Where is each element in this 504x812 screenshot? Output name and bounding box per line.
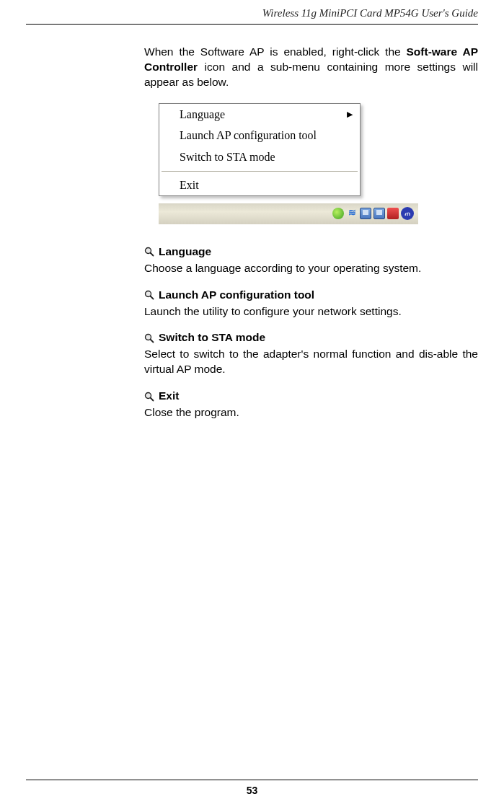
svg-line-1 (151, 253, 154, 256)
menu-item-switch-sta[interactable]: Switch to STA mode (159, 146, 360, 168)
menu-label: Switch to STA mode (180, 149, 275, 165)
svg-line-3 (151, 296, 154, 299)
section-title: Language (159, 244, 211, 260)
tray-shield-icon[interactable] (387, 208, 399, 219)
screenshot-figure: Language ▶ Launch AP configuration tool … (159, 103, 418, 224)
footer-rule (26, 780, 478, 780)
tray-m-icon[interactable]: ጠ (401, 207, 414, 220)
section-title: Exit (159, 389, 179, 404)
section-heading: Launch AP configuration tool (144, 288, 478, 303)
running-header: Wireless 11g MiniPCI Card MP54G User's G… (0, 0, 504, 24)
magnifier-icon (144, 247, 154, 257)
tray-ap-icon[interactable]: ≋ (346, 208, 358, 219)
section-launch-ap: Launch AP configuration tool Launch the … (144, 288, 478, 319)
menu-label: Exit (180, 177, 199, 193)
tray-monitor-icon-2[interactable] (373, 208, 385, 219)
svg-line-5 (151, 339, 154, 342)
menu-item-exit[interactable]: Exit (159, 175, 360, 196)
section-switch-sta: Switch to STA mode Select to switch to t… (144, 330, 478, 377)
magnifier-icon (144, 333, 154, 343)
section-title: Switch to STA mode (159, 330, 265, 345)
section-body: Select to switch to the adapter's normal… (144, 347, 478, 377)
intro-pre: When the Software AP is enabled, right-c… (144, 45, 407, 58)
section-title: Launch AP configuration tool (159, 288, 314, 303)
tray-monitor-icon[interactable] (360, 208, 371, 219)
section-language: Language Choose a language according to … (144, 244, 478, 276)
magnifier-icon (144, 290, 154, 300)
menu-item-launch-ap[interactable]: Launch AP configuration tool (159, 125, 360, 146)
svg-line-7 (151, 397, 154, 400)
menu-label: Language (180, 107, 225, 123)
magnifier-icon (144, 392, 154, 402)
submenu-arrow-icon: ▶ (347, 109, 353, 120)
intro-paragraph: When the Software AP is enabled, right-c… (144, 45, 478, 90)
menu-label: Launch AP configuration tool (180, 128, 317, 144)
section-body: Close the program. (144, 405, 478, 420)
section-body: Choose a language according to your oper… (144, 261, 478, 276)
page-number: 53 (0, 785, 504, 796)
taskbar: ≋ ጠ (159, 203, 418, 224)
menu-separator (162, 169, 358, 173)
menu-item-language[interactable]: Language ▶ (159, 104, 360, 125)
section-heading: Switch to STA mode (144, 330, 478, 345)
context-menu: Language ▶ Launch AP configuration tool … (159, 103, 361, 196)
section-heading: Language (144, 244, 478, 260)
section-exit: Exit Close the program. (144, 389, 478, 420)
section-heading: Exit (144, 389, 478, 404)
section-body: Launch the utility to configure your net… (144, 304, 478, 319)
page-footer: 53 (0, 780, 504, 796)
tray-status-icon[interactable] (332, 208, 344, 219)
page-content: When the Software AP is enabled, right-c… (144, 25, 478, 420)
